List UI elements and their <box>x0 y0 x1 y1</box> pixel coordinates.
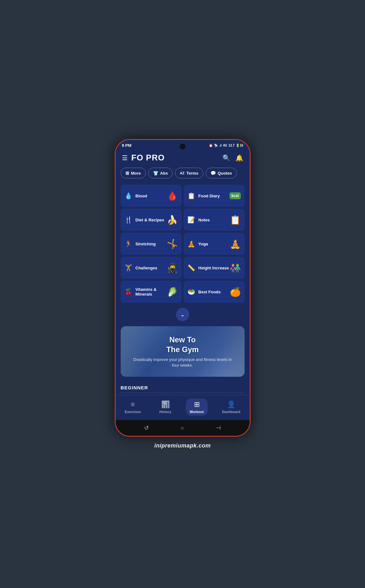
grid-item-best-foods[interactable]: 🥗 Best Foods 🍊 <box>184 281 245 303</box>
grid-item-left: 🍴 Diet & Recipes <box>125 216 164 224</box>
grid-item-height-increase[interactable]: 📏 Height Increase 👫 <box>184 257 245 279</box>
grid-item-left: 🧘 Yoga <box>187 240 208 248</box>
challenges-emoji: 🥷 <box>167 263 178 273</box>
diet-emoji: 🍌 <box>167 215 178 225</box>
vitamins-emoji: 🥬 <box>167 287 178 297</box>
filter-bar: ⊞ More 👕 Abs AZ Terms 💬 Quotes <box>116 168 250 183</box>
yoga-label: Yoga <box>198 242 208 246</box>
blood-label: Blood <box>136 194 147 198</box>
header-left: ☰ FO PRO <box>122 153 165 163</box>
nav-item-workout[interactable]: ⊞ Workout <box>186 399 207 416</box>
food-diary-label: Food Diary <box>198 194 220 198</box>
stretching-icon: 🏃 <box>125 240 132 248</box>
alarm-icon: ⏰ <box>209 144 213 147</box>
phone-screen: 9 PM ⏰ 📡 .ıl 4G 12.7 🔋16 ☰ FO PRO 🔍 <box>116 140 250 436</box>
grid-item-left: 🍒 Vitamins & Minerals <box>125 287 167 297</box>
filter-terms-button[interactable]: AZ Terms <box>175 168 203 178</box>
battery-icon: 🔋16 <box>236 144 243 147</box>
gym-banner[interactable]: New ToThe Gym Drastically improve your p… <box>121 326 245 377</box>
diet-icon: 🍴 <box>125 216 132 224</box>
yoga-icon: 🧘 <box>187 240 195 248</box>
notes-label: Notes <box>198 218 210 222</box>
header-right: 🔍 🔔 <box>222 154 243 162</box>
wifi-icon: 📡 <box>214 144 218 147</box>
best-foods-emoji: 🍊 <box>230 287 241 297</box>
signal-icon: .ıl <box>219 144 222 147</box>
history-nav-icon: 📊 <box>161 400 170 409</box>
more-icon: ⊞ <box>125 171 129 176</box>
terms-icon: AZ <box>180 171 185 175</box>
challenges-label: Challenges <box>136 266 157 270</box>
workout-nav-label: Workout <box>190 410 204 414</box>
search-icon[interactable]: 🔍 <box>222 154 230 162</box>
4g-icon: 4G <box>223 144 227 147</box>
grid-item-yoga[interactable]: 🧘 Yoga 🧘 <box>184 233 245 255</box>
food-diary-emoji: kcal <box>229 192 240 199</box>
recents-button[interactable]: ⊣ <box>216 424 221 431</box>
grid-item-vitamins[interactable]: 🍒 Vitamins & Minerals 🥬 <box>121 281 182 303</box>
watermark: inipremiumapk.com <box>154 442 211 449</box>
grid-item-food-diary[interactable]: 📋 Food Diary kcal <box>184 185 245 207</box>
grid-item-challenges[interactable]: 🏋 Challenges 🥷 <box>121 257 182 279</box>
app-header: ☰ FO PRO 🔍 🔔 <box>116 150 250 168</box>
grid-item-diet-recipes[interactable]: 🍴 Diet & Recipes 🍌 <box>121 209 182 231</box>
chevron-down-icon: ⌄ <box>180 311 185 318</box>
grid-container: 💧 Blood 🩸 📋 Food Diary kcal <box>121 185 245 303</box>
quotes-label: Quotes <box>218 171 232 176</box>
grid-item-blood[interactable]: 💧 Blood 🩸 <box>121 185 182 207</box>
grid-item-notes[interactable]: 📝 Notes 📋 <box>184 209 245 231</box>
grid-item-left: 🏃 Stretching <box>125 240 156 248</box>
exercises-nav-label: Exercises <box>125 410 141 414</box>
terms-label: Terms <box>186 171 198 176</box>
phone-home-bar: ↺ ○ ⊣ <box>116 420 250 436</box>
beginner-section: BEGINNER <box>116 382 250 395</box>
filter-quotes-button[interactable]: 💬 Quotes <box>206 168 237 178</box>
filter-abs-button[interactable]: 👕 Abs <box>148 168 173 178</box>
stretching-emoji: 🤸 <box>167 239 178 249</box>
nav-item-history[interactable]: 📊 History <box>155 399 175 416</box>
abs-label: Abs <box>160 171 168 176</box>
menu-icon[interactable]: ☰ <box>122 154 128 162</box>
status-time: 9 PM <box>122 143 131 148</box>
banner-area: New ToThe Gym Drastically improve your p… <box>116 326 250 382</box>
nav-item-dashboard[interactable]: 👤 Dashboard <box>218 399 244 416</box>
grid-item-left: 📋 Food Diary <box>187 192 220 200</box>
grid-section: 💧 Blood 🩸 📋 Food Diary kcal <box>116 183 250 304</box>
more-label: More <box>131 171 141 176</box>
quotes-icon: 💬 <box>210 171 216 176</box>
grid-item-left: 📝 Notes <box>187 216 210 224</box>
notes-icon: 📝 <box>187 216 195 224</box>
dashboard-nav-icon: 👤 <box>227 400 235 409</box>
abs-icon: 👕 <box>153 171 158 176</box>
banner-title: New ToThe Gym <box>166 335 199 354</box>
nav-item-exercises[interactable]: ≡ Exercises <box>121 399 145 416</box>
app-title: FO PRO <box>131 153 165 163</box>
diet-label: Diet & Recipes <box>136 218 164 222</box>
grid-item-left: 🏋 Challenges <box>125 264 157 272</box>
banner-subtitle: Drastically improve your physique and fi… <box>121 357 245 368</box>
grid-item-stretching[interactable]: 🏃 Stretching 🤸 <box>121 233 182 255</box>
grid-item-left: 📏 Height Increase <box>187 264 229 272</box>
phone-outer: 9 PM ⏰ 📡 .ıl 4G 12.7 🔋16 ☰ FO PRO 🔍 <box>115 139 251 437</box>
height-icon: 📏 <box>187 264 195 272</box>
back-button[interactable]: ↺ <box>144 424 149 431</box>
beginner-label: BEGINNER <box>121 385 245 393</box>
bell-icon[interactable]: 🔔 <box>235 154 243 162</box>
bottom-nav: ≡ Exercises 📊 History ⊞ Workout 👤 Dashbo… <box>116 395 250 420</box>
home-button[interactable]: ○ <box>181 425 184 431</box>
exercises-nav-icon: ≡ <box>131 400 135 409</box>
challenges-icon: 🏋 <box>125 264 132 272</box>
food-diary-icon: 📋 <box>187 192 195 200</box>
camera-notch <box>180 144 186 149</box>
history-nav-label: History <box>159 410 171 414</box>
blood-emoji: 🩸 <box>167 191 178 201</box>
stretching-label: Stretching <box>136 242 156 246</box>
collapse-button[interactable]: ⌄ <box>176 308 189 321</box>
height-label: Height Increase <box>198 266 229 270</box>
filter-more-button[interactable]: ⊞ More <box>121 168 146 178</box>
dashboard-nav-label: Dashboard <box>222 410 240 414</box>
vitamins-icon: 🍒 <box>125 288 132 296</box>
best-foods-label: Best Foods <box>198 290 221 294</box>
vitamins-label: Vitamins & Minerals <box>136 287 167 297</box>
collapse-btn-area: ⌄ <box>116 304 250 326</box>
